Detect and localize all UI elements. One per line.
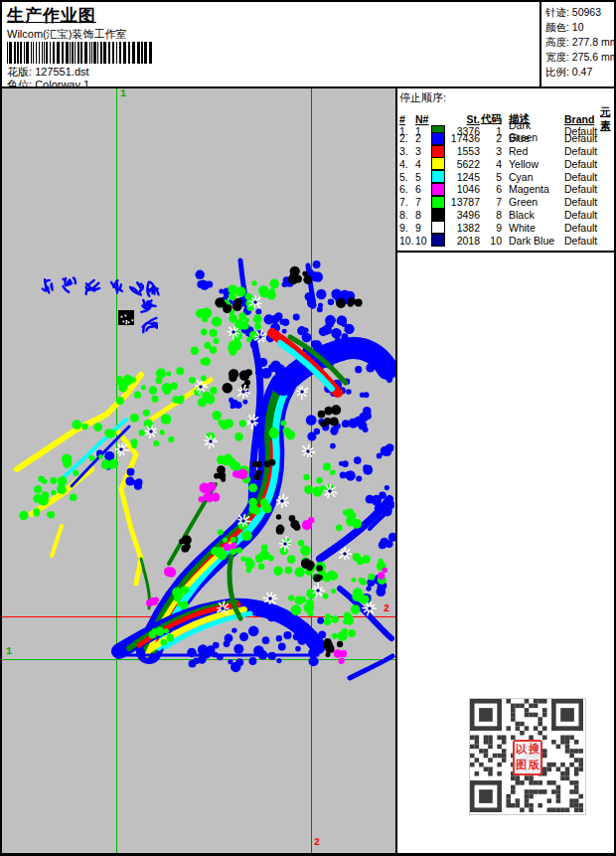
stop-sequence-title: 停止顺序:: [399, 90, 614, 105]
stop-sequence-row: 4.456224YellowDefault: [399, 157, 614, 170]
page-title: 生产作业图: [7, 4, 96, 27]
stat-line: 针迹: 50963: [545, 5, 614, 20]
production-worksheet-page: 生产作业图 Wilcom(汇宝)装饰工作室 花版: 127551.dst 色位:…: [0, 0, 616, 856]
stop-sequence-row: 7.7137877GreenDefault: [399, 196, 614, 209]
thread-color-swatch: [431, 183, 445, 196]
stop-sequence-row: 10.10201810Dark BlueDefault: [399, 234, 614, 247]
thread-color-swatch: [431, 132, 445, 145]
start-marker-top: 1: [120, 88, 126, 99]
stat-line: 颜色: 10: [545, 20, 614, 35]
stop-sequence-row: 3.315533RedDefault: [399, 145, 614, 158]
thread-color-swatch: [431, 157, 445, 170]
thread-color-swatch: [431, 234, 445, 247]
thread-color-swatch: [431, 196, 445, 209]
stop-sequence-row: 8.834968BlackDefault: [399, 209, 614, 222]
stop-sequence-row: 2.2174362BlueDefault: [399, 132, 614, 145]
qr-stamp-char: 图: [515, 758, 528, 773]
qr-stamp-overlay: 以搜图版: [513, 740, 542, 775]
qr-stamp-char: 搜: [528, 742, 540, 758]
end-marker-bottom: 2: [314, 837, 320, 848]
end-marker-right: 2: [384, 603, 389, 614]
barcode: [7, 42, 157, 64]
header-left: 生产作业图 Wilcom(汇宝)装饰工作室 花版: 127551.dst 色位:…: [2, 2, 538, 86]
stop-sequence-row: 5.512455CyanDefault: [399, 170, 614, 183]
embroidery-design: [2, 88, 395, 855]
pattern-label: 花版:: [7, 66, 32, 78]
qr-stamp-char: 以: [515, 742, 528, 758]
start-marker-left: 1: [6, 646, 12, 657]
thread-color-swatch: [431, 221, 445, 234]
stat-line: 比例: 0.47: [545, 65, 614, 80]
stop-sequence-header-row: #N#St.代码描述Brand元素: [399, 105, 614, 119]
company-name: Wilcom(汇宝)装饰工作室: [7, 27, 126, 42]
thread-color-swatch: [431, 170, 445, 183]
design-stats-panel: 针迹: 50963颜色: 10高度: 277.8 mm宽度: 275.6 mm比…: [539, 2, 614, 86]
worksheet-header: 生产作业图 Wilcom(汇宝)装饰工作室 花版: 127551.dst 色位:…: [2, 2, 614, 88]
stat-line: 宽度: 275.6 mm: [545, 50, 614, 65]
stop-sequence-row: 6.610466MagentaDefault: [399, 183, 614, 196]
qr-code: 以搜图版: [469, 698, 586, 815]
thread-color-swatch: [431, 145, 445, 158]
design-preview-canvas: 1 1 2 2: [2, 88, 397, 855]
qr-stamp-char: 版: [528, 758, 540, 773]
pattern-value: 127551.dst: [35, 66, 88, 78]
stop-sequence-table: 停止顺序: #N#St.代码描述Brand元素1.133761Dark Gree…: [397, 88, 614, 253]
thread-color-swatch: [431, 209, 445, 222]
stat-line: 高度: 277.8 mm: [545, 35, 614, 50]
stop-sequence-rows: #N#St.代码描述Brand元素1.133761Dark GreenDefau…: [399, 105, 614, 247]
stop-sequence-row: 9.913829WhiteDefault: [399, 221, 614, 234]
